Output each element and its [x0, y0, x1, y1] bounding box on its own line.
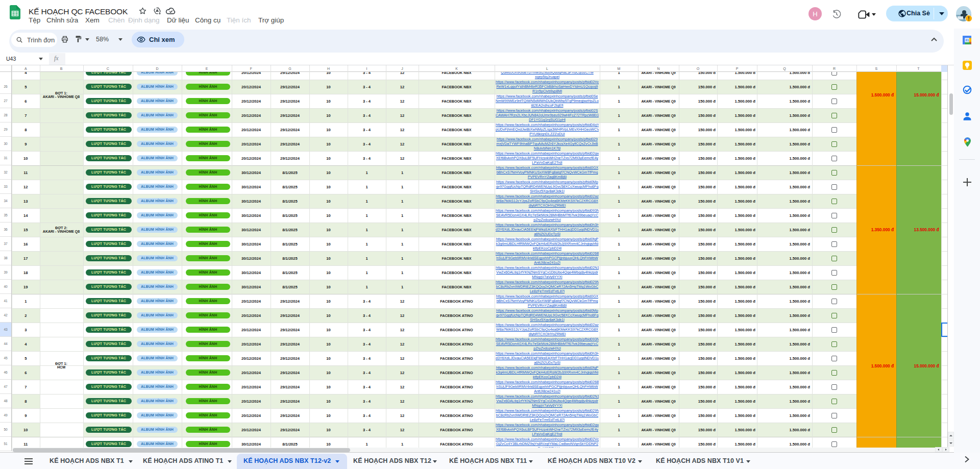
svg-text:31: 31	[965, 38, 969, 42]
